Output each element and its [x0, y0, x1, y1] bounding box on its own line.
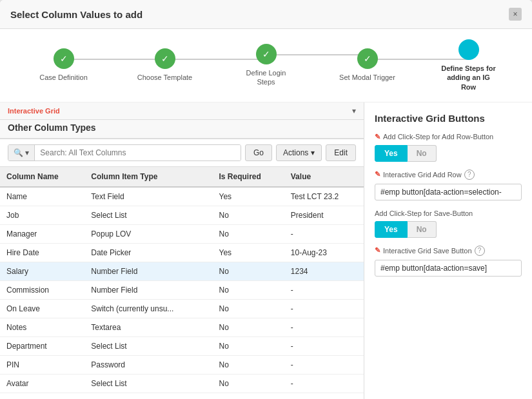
dropdown-arrow-icon[interactable]: ▾ — [352, 106, 356, 115]
section-header-group: Interactive Grid ▾ Other Column Types — [0, 102, 364, 139]
table-row[interactable]: On LeaveSwitch (currently unsu...No- — [0, 299, 364, 318]
section-label: Interactive Grid — [8, 107, 60, 115]
close-button[interactable]: × — [509, 8, 522, 21]
table-cell-value: Test LCT 23.2 — [284, 187, 364, 206]
modal-header: Select Column Values to add × — [0, 0, 532, 29]
table-cell-is_required: No — [213, 206, 284, 224]
table-cell-column_name: Department — [0, 336, 84, 355]
error-dot-2: ✎ — [375, 170, 380, 179]
table-cell-value: 10-Aug-23 — [284, 243, 364, 262]
table-cell-is_required: No — [213, 318, 284, 336]
table-cell-column_name: Commission — [0, 280, 84, 299]
step-circle-choose-template: ✓ — [155, 48, 175, 69]
table-cell-item_type: Popup LOV — [84, 224, 212, 243]
table-cell-is_required: No — [213, 374, 284, 393]
table-cell-value: President — [284, 206, 364, 224]
table-cell-column_name: PIN — [0, 355, 84, 374]
error-dot-3: ✎ — [375, 246, 380, 255]
save-button-label-text: Interactive Grid Save Button — [383, 247, 472, 255]
table-cell-value: - — [284, 318, 364, 336]
add-row-value: #emp button[data-action=selection- — [375, 184, 522, 200]
table-cell-is_required: Yes — [213, 243, 284, 262]
error-dot-1: ✎ — [375, 133, 380, 141]
add-row-field-label: ✎ Interactive Grid Add Row ? — [375, 170, 522, 180]
step-define-steps: Define Steps for adding an IG Row — [418, 39, 519, 92]
step-label-case-definition: Case Definition — [39, 73, 88, 82]
table-cell-item_type: Color Picker (currently ... — [84, 393, 212, 399]
search-input[interactable] — [35, 145, 241, 161]
col-header-name: Column Name — [0, 167, 84, 187]
edit-button[interactable]: Edit — [326, 144, 356, 161]
table-cell-column_name: Avatar Color — [0, 393, 84, 399]
columns-table: Column Name Column Item Type Is Required… — [0, 167, 364, 399]
actions-button[interactable]: Actions ▾ — [276, 144, 322, 161]
left-panel: Interactive Grid ▾ Other Column Types 🔍 … — [0, 102, 364, 399]
table-cell-value: - — [284, 224, 364, 243]
col-header-required: Is Required — [213, 167, 284, 187]
table-header-row: Column Name Column Item Type Is Required… — [0, 167, 364, 187]
table-cell-column_name: Hire Date — [0, 243, 84, 262]
panel-title: Interactive Grid Buttons — [375, 113, 522, 124]
table-cell-item_type: Select List — [84, 336, 212, 355]
table-cell-column_name: Name — [0, 187, 84, 206]
step-label-set-modal: Set Modal Trigger — [339, 73, 395, 82]
table-row[interactable]: AvatarSelect ListNo- — [0, 374, 364, 393]
table-row[interactable]: Hire DateDate PickerYes10-Aug-23 — [0, 243, 364, 262]
step-circle-set-modal: ✓ — [357, 48, 378, 69]
table-cell-is_required: No — [213, 355, 284, 374]
save-yes-button[interactable]: Yes — [375, 221, 408, 238]
add-row-info-icon[interactable]: ? — [464, 170, 475, 180]
table-row[interactable]: Avatar ColorColor Picker (currently ...N… — [0, 393, 364, 399]
table-cell-is_required: Yes — [213, 187, 284, 206]
col-header-value: Value — [284, 167, 364, 187]
save-button-info-icon[interactable]: ? — [475, 246, 485, 256]
table-cell-item_type: Text Field — [84, 187, 212, 206]
section-header: Interactive Grid ▾ — [0, 102, 364, 120]
table-cell-is_required: No — [213, 299, 284, 318]
table-cell-value: - — [284, 374, 364, 393]
step-set-modal: ✓ Set Modal Trigger — [317, 48, 418, 82]
save-toggle-group: Yes No — [375, 221, 522, 238]
table-cell-value: - — [284, 355, 364, 374]
table-cell-item_type: Number Field — [84, 280, 212, 299]
table-row[interactable]: NameText FieldYesTest LCT 23.2 — [0, 187, 364, 206]
table-cell-is_required: No — [213, 336, 284, 355]
table-cell-is_required: No — [213, 393, 284, 399]
table-cell-is_required: No — [213, 280, 284, 299]
table-cell-value: - — [284, 336, 364, 355]
table-row[interactable]: JobSelect ListNoPresident — [0, 206, 364, 224]
table-cell-item_type: Password — [84, 355, 212, 374]
table-row[interactable]: CommissionNumber FieldNo- — [0, 280, 364, 299]
save-no-button[interactable]: No — [408, 221, 437, 238]
table-cell-column_name: Avatar — [0, 374, 84, 393]
table-cell-is_required: No — [213, 224, 284, 243]
save-button-field-label: ✎ Interactive Grid Save Button ? — [375, 246, 522, 256]
table-cell-column_name: Salary — [0, 262, 84, 280]
col-header-type: Column Item Type — [84, 167, 212, 187]
table-cell-value: - — [284, 299, 364, 318]
table-cell-column_name: Job — [0, 206, 84, 224]
table-row[interactable]: ManagerPopup LOVNo- — [0, 224, 364, 243]
search-type-button[interactable]: 🔍 ▾ — [8, 145, 35, 161]
modal-body: Interactive Grid ▾ Other Column Types 🔍 … — [0, 102, 532, 399]
add-row-label-text: Interactive Grid Add Row — [383, 171, 462, 179]
toolbar: 🔍 ▾ Go Actions ▾ Edit — [0, 139, 364, 167]
table-row[interactable]: DepartmentSelect ListNo- — [0, 336, 364, 355]
table-cell-is_required: No — [213, 262, 284, 280]
step-label-define-login: Define Login Steps — [237, 68, 295, 87]
table-cell-item_type: Select List — [84, 374, 212, 393]
table-row[interactable]: NotesTextareaNo- — [0, 318, 364, 336]
table-row[interactable]: PINPasswordNo- — [0, 355, 364, 374]
table-row[interactable]: SalaryNumber FieldNo1234 — [0, 262, 364, 280]
step-choose-template: ✓ Choose Template — [114, 48, 215, 82]
go-button[interactable]: Go — [245, 144, 272, 161]
step-circle-define-steps — [458, 39, 479, 60]
search-wrapper: 🔍 ▾ — [8, 144, 241, 161]
table-cell-value: - — [284, 393, 364, 399]
add-row-yes-button[interactable]: Yes — [375, 145, 408, 162]
table-cell-column_name: On Leave — [0, 299, 84, 318]
add-row-no-button[interactable]: No — [408, 145, 437, 162]
add-row-toggle-group: Yes No — [375, 145, 522, 162]
table-cell-item_type: Select List — [84, 206, 212, 224]
save-button-value: #emp button[data-action=save] — [375, 260, 522, 277]
